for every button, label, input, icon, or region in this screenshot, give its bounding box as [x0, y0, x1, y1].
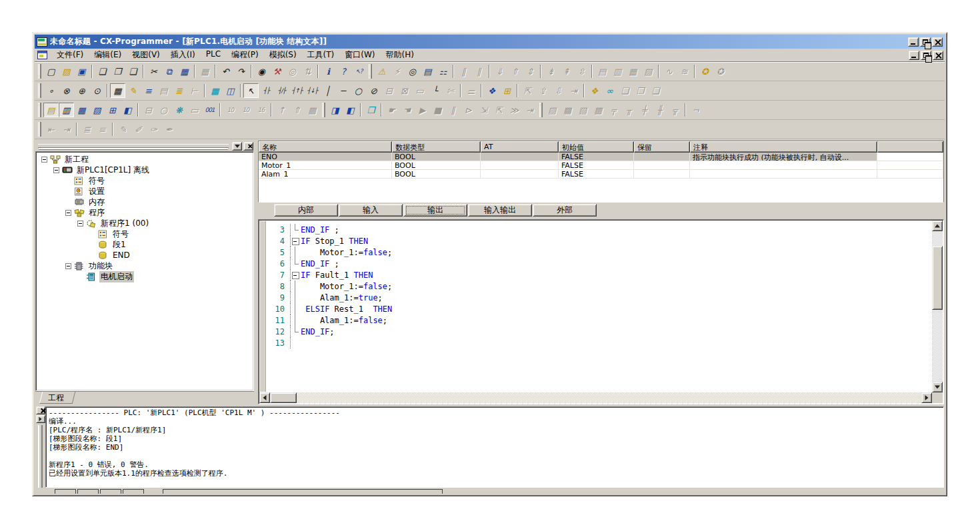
time-chart-button[interactable]: ∿	[661, 64, 677, 79]
tree-expander-icon[interactable]	[53, 167, 59, 173]
menu-item-2[interactable]: 编辑(E)	[89, 48, 127, 62]
zoom-fit-button[interactable]: ⊙	[89, 83, 105, 98]
variable-row-Motor_1[interactable]: Motor_1BOOLFALSE	[259, 161, 943, 170]
column-header-数据类型[interactable]: 数据类型	[392, 141, 481, 153]
var-tab-内部[interactable]: 内部	[274, 204, 338, 217]
show-symbol-bar-button[interactable]: ▦	[207, 83, 223, 98]
delete-column-button[interactable]: ⇥	[566, 83, 581, 98]
tree-item--[interactable]: 功能块	[37, 261, 253, 271]
breakpoint-list-button[interactable]: ▦	[591, 103, 606, 117]
insert-rung-above-button[interactable]: ⊞	[499, 83, 515, 98]
connecting-line-button[interactable]: └	[427, 83, 443, 98]
restore-button[interactable]	[920, 37, 931, 47]
menu-item-6[interactable]: 编程(P)	[226, 48, 264, 62]
new-instruction-button[interactable]: ▭	[412, 83, 427, 98]
edit-mode-3-button[interactable]: ✑	[146, 122, 161, 137]
cell[interactable]: FALSE	[559, 161, 634, 170]
symbol-shield-button[interactable]: ❋	[171, 103, 187, 117]
window-view-1-button[interactable]: ❏	[617, 83, 633, 98]
toggle-bookmark-button[interactable]: ≣	[79, 122, 95, 137]
toolbar-grip-handle[interactable]	[322, 103, 325, 117]
edit-mode-2-button[interactable]: ✐	[131, 122, 146, 137]
new-file-button[interactable]: ▢	[43, 64, 59, 79]
dock-gripper[interactable]	[38, 425, 43, 488]
plc-setup-button[interactable]: ▥	[610, 64, 625, 79]
data-trace-button[interactable]: ▧	[641, 64, 656, 79]
var-tab-输入输出[interactable]: 输入输出	[468, 204, 532, 217]
cell[interactable]	[634, 161, 690, 170]
differential-both-button[interactable]: ╪	[637, 103, 652, 117]
scroll-right-button[interactable]	[921, 392, 932, 403]
cell[interactable]	[481, 161, 559, 170]
toggle-watch-window-button[interactable]: ▦	[74, 103, 89, 117]
insert-row-above-button[interactable]: ⇱	[520, 83, 535, 98]
simulator-window-button[interactable]: ❒	[363, 103, 379, 117]
cut-button[interactable]: ✂	[146, 64, 161, 79]
menu-item-7[interactable]: 模拟(S)	[264, 48, 302, 62]
toolbar-grip-handle[interactable]	[38, 122, 41, 137]
toolbar-grip-handle[interactable]	[539, 103, 543, 117]
pause-button[interactable]: ∥	[471, 64, 487, 79]
return-jump-button[interactable]: ¬	[688, 103, 703, 117]
compare-with-plc-button[interactable]: ⇕	[523, 64, 538, 79]
properties-button[interactable]: ◧	[120, 103, 135, 117]
var-tab-输入[interactable]: 输入	[339, 204, 403, 217]
cell[interactable]	[877, 153, 943, 161]
scroll-left-button[interactable]	[259, 392, 270, 403]
stop-button[interactable]: ■	[430, 103, 445, 117]
edit-mode-4-button[interactable]: ✒	[161, 122, 177, 137]
scan-run-button[interactable]: ☚	[399, 103, 415, 117]
horizontal-line-button[interactable]: ─	[335, 83, 351, 98]
cell[interactable]: BOOL	[392, 170, 481, 179]
change-all-button[interactable]: ⇅	[300, 64, 315, 79]
download-to-plc-button[interactable]: ⇓	[492, 64, 507, 79]
context-help-button[interactable]: ↖?	[351, 64, 367, 79]
contact-rising-button[interactable]: ┤↑├	[289, 83, 305, 98]
online-edit-transfer-button[interactable]: ⚡	[389, 64, 405, 79]
tree-expander-icon[interactable]	[77, 221, 83, 227]
tree-item--1[interactable]: 段1	[37, 239, 253, 250]
decrease-indent-button[interactable]: ⇤	[43, 122, 59, 137]
window-view-2-button[interactable]: ❐	[633, 83, 648, 98]
clear-all-breakpoints-button[interactable]: ▧	[575, 103, 591, 117]
fold-marker-start[interactable]	[291, 269, 301, 280]
workspace-close-button[interactable]	[243, 142, 253, 151]
work-online-simulator-button[interactable]: ◨	[327, 103, 343, 117]
monitor-in-rung-button[interactable]: ▤	[156, 83, 171, 98]
cell[interactable]	[634, 170, 690, 179]
insert-column-button[interactable]: ⇩	[551, 83, 566, 98]
menu-item-9[interactable]: 窗口(W)	[339, 48, 380, 62]
contact-normally-closed-button[interactable]: ┤/├	[274, 83, 289, 98]
pause-monitor-button[interactable]: ‖	[456, 64, 471, 79]
differential-down-button[interactable]: ╥	[621, 103, 637, 117]
scroll-up-button[interactable]	[932, 221, 943, 231]
menu-item-4[interactable]: 插入(I)	[165, 48, 201, 62]
variable-row-Alam_1[interactable]: Alam_1BOOLFALSE	[259, 170, 943, 179]
differential-clear-button[interactable]: ╫	[652, 103, 667, 117]
column-header-注释[interactable]: 注释	[690, 141, 877, 153]
cell[interactable]	[690, 170, 877, 179]
set-breakpoint-button[interactable]: ▨	[545, 103, 560, 117]
workspace-dock-header[interactable]	[35, 141, 254, 151]
set-protection-button[interactable]: ✪	[697, 64, 713, 79]
minimize-button[interactable]	[908, 37, 919, 47]
toolbar-grip-handle[interactable]	[38, 83, 41, 98]
menu-item-5[interactable]: PLC	[201, 48, 226, 62]
coil-button[interactable]: ○	[351, 83, 366, 98]
tree-item-end[interactable]: END	[37, 250, 253, 261]
scroll-down-button[interactable]	[932, 382, 943, 392]
rung-comment-button[interactable]: ✎	[125, 83, 141, 98]
toggle-output-window-button[interactable]: ▥	[59, 103, 74, 117]
release-protection-button[interactable]: ✪	[713, 64, 728, 79]
toggle-grid-button[interactable]: ▦	[110, 83, 125, 98]
compile-all-programs-button[interactable]: ▤	[420, 64, 435, 79]
edit-mode-1-button[interactable]: ✎	[115, 122, 131, 137]
var-tab-输出[interactable]: 输出	[403, 204, 467, 217]
workspace-menu-button[interactable]	[232, 142, 242, 151]
clear-bookmarks-button[interactable]: ≡	[95, 122, 110, 137]
closed-coil-button[interactable]: ⊘	[366, 83, 381, 98]
watch-glasses-button[interactable]: ∞	[602, 83, 617, 98]
output-close-button[interactable]	[36, 406, 45, 414]
tree-item--[interactable]: 符号	[37, 229, 253, 239]
contact-normally-open-button[interactable]: ┤├	[259, 83, 274, 98]
